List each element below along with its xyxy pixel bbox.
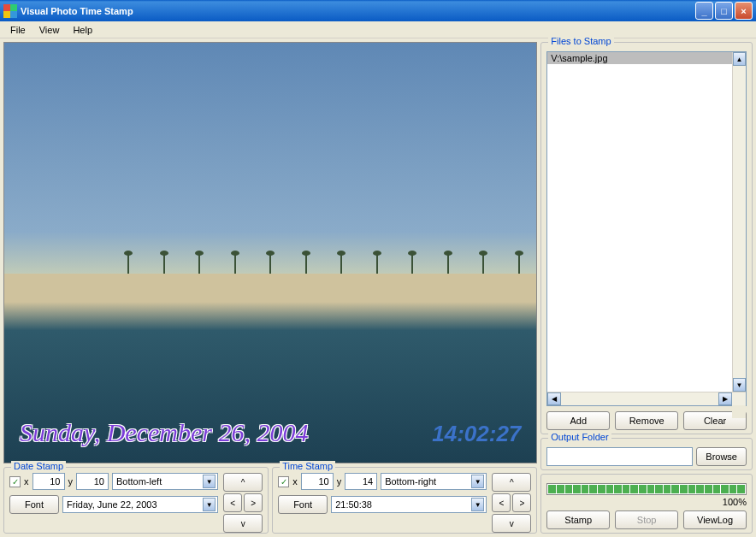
date-stamp-enable-checkbox[interactable]: ✓ [9,476,21,487]
date-y-input[interactable] [76,473,109,490]
time-font-button[interactable]: Font [278,495,328,514]
date-format-value: Friday, June 22, 2003 [67,499,157,510]
date-x-input[interactable] [32,473,65,490]
date-nudge-pad: ^ < > v [223,473,263,529]
date-nudge-left[interactable]: < [223,493,242,512]
files-legend: Files to Stamp [548,36,613,46]
app-icon [3,4,17,18]
output-path-input[interactable] [546,447,693,466]
menu-view[interactable]: View [32,23,67,37]
date-format-combo[interactable]: Friday, June 22, 2003 ▼ [62,496,218,513]
output-folder-group: Output Folder Browse [540,438,753,470]
time-stamp-enable-checkbox[interactable]: ✓ [278,476,289,487]
maximize-button[interactable]: □ [715,2,733,20]
scroll-corner [732,405,746,418]
time-position-value: Bottom-right [385,476,436,487]
time-nudge-left[interactable]: < [492,493,511,512]
date-x-label: x [24,476,29,487]
date-stamp-legend: Date Stamp [11,461,66,471]
time-y-label: y [337,476,342,487]
menu-file[interactable]: File [3,23,32,37]
date-nudge-down[interactable]: v [223,514,263,533]
files-listbox[interactable]: V:\sample.jpg ▲ ▼ ◀ ▶ [546,51,747,406]
time-x-input[interactable] [301,473,334,490]
time-y-input[interactable] [345,473,377,490]
files-to-stamp-group: Files to Stamp V:\sample.jpg ▲ ▼ ◀ ▶ Add… [540,42,753,434]
titlebar: Visual Photo Time Stamp _ □ × [0,0,756,21]
date-y-label: y [68,476,74,487]
date-position-combo[interactable]: Bottom-left ▼ [112,473,218,490]
date-stamp-overlay: Sunday, December 26, 2004 [20,418,308,447]
progress-bar [546,483,747,495]
minimize-button[interactable]: _ [695,2,713,20]
close-button[interactable]: × [735,2,753,20]
time-nudge-up[interactable]: ^ [492,473,531,492]
time-stamp-group: Time Stamp ✓ x y Bottom-right ▼ [272,467,537,534]
chevron-down-icon: ▼ [203,498,216,511]
date-nudge-up[interactable]: ^ [223,473,263,492]
time-nudge-down[interactable]: v [492,514,531,533]
time-x-label: x [292,476,298,487]
date-nudge-right[interactable]: > [244,493,263,512]
vertical-scrollbar[interactable]: ▲ ▼ [732,52,746,392]
progress-percent: 100% [546,497,747,507]
date-stamp-group: Date Stamp ✓ x y Bottom-left ▼ [3,467,269,534]
scroll-down-icon[interactable]: ▼ [733,378,746,392]
time-format-combo[interactable]: 21:50:38 ▼ [331,496,487,513]
date-font-button[interactable]: Font [9,495,59,514]
chevron-down-icon: ▼ [471,475,484,488]
window-title: Visual Photo Time Stamp [21,6,695,16]
chevron-down-icon: ▼ [203,475,216,488]
progress-group: 100% Stamp Stop ViewLog [540,474,753,534]
viewlog-button[interactable]: ViewLog [683,510,747,529]
stamp-button[interactable]: Stamp [546,510,610,529]
time-stamp-overlay: 14:02:27 [432,421,521,447]
scroll-up-icon[interactable]: ▲ [733,52,746,66]
scroll-right-icon[interactable]: ▶ [718,392,732,405]
time-nudge-pad: ^ < > v [492,473,531,529]
menubar: File View Help [0,21,756,38]
menu-help[interactable]: Help [66,23,99,37]
date-position-value: Bottom-left [116,476,162,487]
time-format-value: 21:50:38 [335,499,372,510]
chevron-down-icon: ▼ [471,498,484,511]
scroll-left-icon[interactable]: ◀ [547,392,561,405]
time-stamp-legend: Time Stamp [280,461,335,471]
output-legend: Output Folder [548,432,611,442]
list-item[interactable]: V:\sample.jpg [547,52,746,64]
time-nudge-right[interactable]: > [512,493,531,512]
preview-image: Sunday, December 26, 2004 14:02:27 [3,42,537,463]
horizontal-scrollbar[interactable]: ◀ ▶ [547,392,746,405]
time-position-combo[interactable]: Bottom-right ▼ [381,473,487,490]
browse-button[interactable]: Browse [696,447,747,466]
stop-button: Stop [615,510,678,529]
add-button[interactable]: Add [546,411,610,430]
remove-button[interactable]: Remove [615,411,678,430]
